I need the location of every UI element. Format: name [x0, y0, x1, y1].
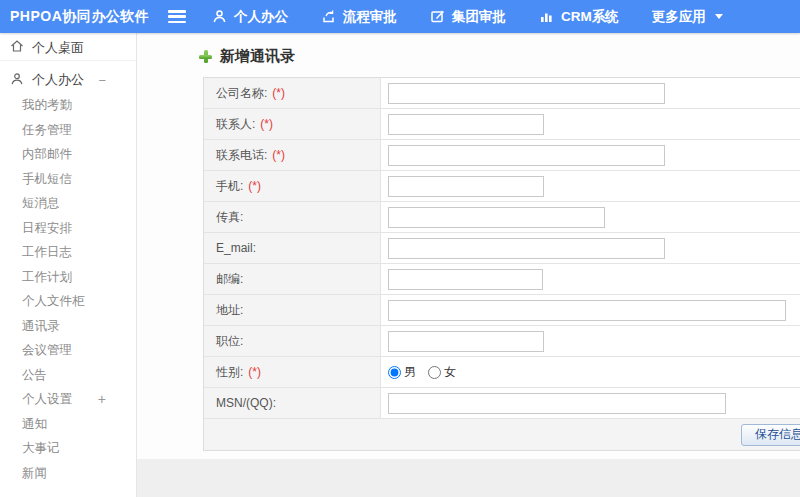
field-label-contact-person: 联系人:(*) [204, 109, 381, 139]
nav-item-personal-office[interactable]: 个人办公 [212, 8, 288, 26]
user-icon [212, 9, 227, 24]
new-contact-form: 公司名称:(*)联系人:(*)联系电话:(*)手机:(*)传真:E_mail:邮… [203, 77, 800, 451]
sidebar-item-milestones[interactable]: 大事记 [0, 436, 136, 461]
contact-phone-input[interactable] [388, 145, 665, 166]
required-mark: (*) [272, 148, 285, 162]
form-row-email: E_mail: [204, 233, 800, 264]
form-row-address: 地址: [204, 295, 800, 326]
sidebar-item-notice[interactable]: 通知 [0, 412, 136, 437]
form-row-company-name: 公司名称:(*) [204, 78, 800, 109]
collapse-minus-icon[interactable]: − [98, 73, 106, 88]
hamburger-menu-icon[interactable] [168, 10, 186, 23]
sidebar-item-meeting-management[interactable]: 会议管理 [0, 338, 136, 363]
field-cell-fax [381, 202, 800, 232]
position-input[interactable] [388, 331, 544, 352]
sidebar-item-schedule[interactable]: 日程安排 [0, 216, 136, 241]
field-cell-msn-qq [381, 388, 800, 418]
form-row-fax: 传真: [204, 202, 800, 233]
contact-person-input[interactable] [388, 114, 544, 135]
form-row-zip-code: 邮编: [204, 264, 800, 295]
sidebar-menu: 我的考勤任务管理内部邮件手机短信短消息日程安排工作日志工作计划个人文件柜通讯录会… [0, 93, 136, 485]
bar-chart-icon [539, 9, 554, 24]
sidebar-item-work-log[interactable]: 工作日志 [0, 240, 136, 265]
save-button[interactable]: 保存信息 [741, 424, 800, 446]
required-mark: (*) [272, 86, 285, 100]
gender-radio[interactable] [388, 366, 401, 379]
field-label-email: E_mail: [204, 233, 381, 263]
fax-input[interactable] [388, 207, 605, 228]
sidebar-item-file-cabinet[interactable]: 个人文件柜 [0, 289, 136, 314]
nav-item-crm-system[interactable]: CRM系统 [539, 8, 619, 26]
sidebar-item-work-plan[interactable]: 工作计划 [0, 265, 136, 290]
sidebar-item-announcement[interactable]: 公告 [0, 363, 136, 388]
email-input[interactable] [388, 238, 665, 259]
page-title: 新增通讯录 [199, 47, 295, 66]
sidebar-item-attendance[interactable]: 我的考勤 [0, 93, 136, 118]
field-cell-contact-phone [381, 140, 800, 170]
nav-item-group-approval[interactable]: 集团审批 [430, 8, 506, 26]
field-label-company-name: 公司名称:(*) [204, 78, 381, 108]
sidebar: 个人桌面 个人办公 − 我的考勤任务管理内部邮件手机短信短消息日程安排工作日志工… [0, 33, 137, 497]
field-label-position: 职位: [204, 326, 381, 356]
gender-option[interactable]: 女 [428, 364, 456, 381]
home-icon [10, 39, 24, 56]
field-label-mobile: 手机:(*) [204, 171, 381, 201]
form-row-position: 职位: [204, 326, 800, 357]
field-cell-mobile [381, 171, 800, 201]
form-row-gender: 性别:(*)男女 [204, 357, 800, 388]
field-label-fax: 传真: [204, 202, 381, 232]
sidebar-item-mobile-sms[interactable]: 手机短信 [0, 167, 136, 192]
form-save-row: 保存信息 [204, 419, 800, 450]
field-cell-address [381, 295, 800, 325]
sidebar-item-contacts[interactable]: 通讯录 [0, 314, 136, 339]
sidebar-group-personal-office[interactable]: 个人办公 − [0, 67, 136, 93]
nav-item-process-approval[interactable]: 流程审批 [321, 8, 397, 26]
field-label-gender: 性别:(*) [204, 357, 381, 387]
gender-option[interactable]: 男 [388, 364, 416, 381]
main-content: 新增通讯录 公司名称:(*)联系人:(*)联系电话:(*)手机:(*)传真:E_… [137, 33, 800, 497]
expand-plus-icon[interactable]: + [98, 387, 106, 412]
form-row-mobile: 手机:(*) [204, 171, 800, 202]
sidebar-item-personal-settings[interactable]: 个人设置+ [0, 387, 136, 412]
field-label-msn-qq: MSN/(QQ): [204, 388, 381, 418]
sidebar-item-internal-mail[interactable]: 内部邮件 [0, 142, 136, 167]
required-mark: (*) [248, 365, 261, 379]
person-icon [10, 72, 24, 89]
field-label-zip-code: 邮编: [204, 264, 381, 294]
field-cell-gender: 男女 [381, 357, 800, 387]
field-label-address: 地址: [204, 295, 381, 325]
field-cell-company-name [381, 78, 800, 108]
zip-code-input[interactable] [388, 269, 543, 290]
chevron-down-icon [715, 14, 723, 19]
sidebar-item-task-management[interactable]: 任务管理 [0, 118, 136, 143]
required-mark: (*) [260, 117, 273, 131]
form-row-contact-person: 联系人:(*) [204, 109, 800, 140]
add-plus-icon [199, 50, 212, 63]
sidebar-item-news[interactable]: 新闻 [0, 461, 136, 486]
app-logo: PHPOA协同办公软件 [0, 8, 168, 26]
gender-radio[interactable] [428, 366, 441, 379]
address-input[interactable] [388, 300, 786, 321]
field-label-contact-phone: 联系电话:(*) [204, 140, 381, 170]
nav-item-more-apps[interactable]: 更多应用 [652, 8, 723, 26]
company-name-input[interactable] [388, 83, 665, 104]
sidebar-item-short-message[interactable]: 短消息 [0, 191, 136, 216]
field-cell-contact-person [381, 109, 800, 139]
field-cell-position [381, 326, 800, 356]
app-header: PHPOA协同办公软件 个人办公 流程审批 [0, 0, 800, 33]
sidebar-item-personal-desktop[interactable]: 个人桌面 [0, 35, 136, 61]
edit-icon [430, 9, 445, 24]
msn-qq-input[interactable] [388, 393, 726, 414]
field-cell-email [381, 233, 800, 263]
mobile-input[interactable] [388, 176, 544, 197]
field-cell-zip-code [381, 264, 800, 294]
form-row-msn-qq: MSN/(QQ): [204, 388, 800, 419]
form-row-contact-phone: 联系电话:(*) [204, 140, 800, 171]
top-nav: 个人办公 流程审批 集团审批 CRM系统 [212, 8, 756, 26]
flow-arrow-icon [321, 9, 336, 24]
content-bottom-band [137, 459, 800, 497]
required-mark: (*) [248, 179, 261, 193]
